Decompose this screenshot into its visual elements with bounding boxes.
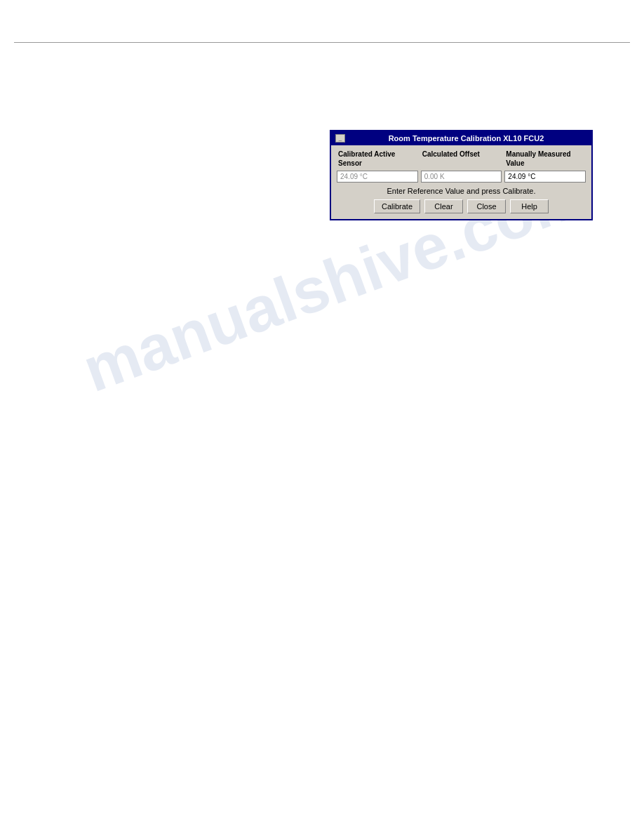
help-button[interactable]: Help xyxy=(510,199,549,213)
minimize-button[interactable]: _ xyxy=(335,134,345,143)
col-header-manually: Manually Measured Value xyxy=(504,150,586,168)
column-headers: Calibrated Active Sensor Calculated Offs… xyxy=(337,150,586,168)
calculated-offset-input[interactable] xyxy=(421,171,502,183)
calibration-dialog: _ Room Temperature Calibration XL10 FCU2… xyxy=(330,130,593,220)
col-header-calibrated: Calibrated Active Sensor xyxy=(337,150,418,168)
manually-measured-input[interactable] xyxy=(504,171,586,183)
button-row: Calibrate Clear Close Help xyxy=(337,199,586,213)
calibrated-active-sensor-input[interactable] xyxy=(337,171,418,183)
dialog-body: Calibrated Active Sensor Calculated Offs… xyxy=(331,145,591,219)
clear-button[interactable]: Clear xyxy=(424,199,463,213)
close-button[interactable]: Close xyxy=(467,199,506,213)
calibrate-button[interactable]: Calibrate xyxy=(374,199,420,213)
status-text: Enter Reference Value and press Calibrat… xyxy=(337,187,586,195)
col-header-calculated: Calculated Offset xyxy=(421,150,502,168)
dialog-titlebar: _ Room Temperature Calibration XL10 FCU2 xyxy=(331,131,591,145)
input-row xyxy=(337,171,586,183)
dialog-wrapper: _ Room Temperature Calibration XL10 FCU2… xyxy=(330,130,593,220)
dialog-title: Room Temperature Calibration XL10 FCU2 xyxy=(345,134,587,143)
top-divider xyxy=(14,42,630,43)
